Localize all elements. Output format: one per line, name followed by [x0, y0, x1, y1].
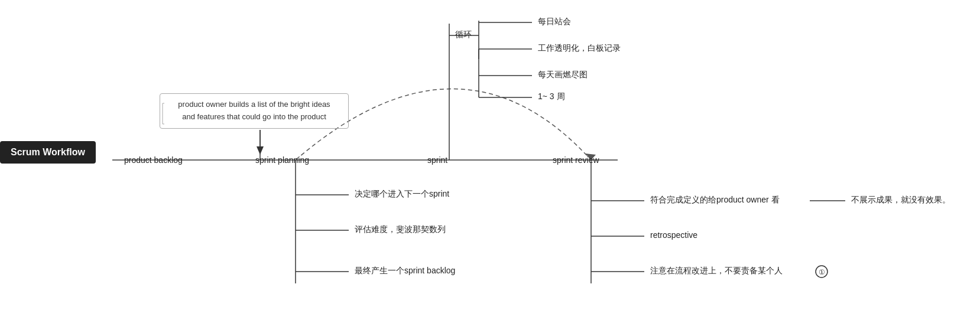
sprint-item-1to3week: 1~ 3 周	[538, 92, 565, 102]
sprint-item-meiri: 每日站会	[538, 17, 571, 27]
product-backlog-tooltip: product owner builds a list of the brigh…	[160, 93, 349, 129]
tooltip-line1: product owner builds a list of the brigh…	[178, 100, 330, 109]
sprint-item-meitianhua: 每天画燃尽图	[538, 70, 588, 80]
sprint-review-note: 不展示成果，就没有效果。	[851, 195, 950, 205]
sprint-review-item-3: 注意在流程改进上，不要责备某个人	[650, 266, 783, 276]
product-backlog-label: product backlog	[124, 155, 183, 165]
diagram-container: ① Scrum Workflow product backlog sprint …	[0, 0, 980, 320]
sprint-planning-label: sprint planning	[255, 155, 309, 165]
sprint-review-item-2: retrospective	[650, 230, 697, 240]
sprint-review-label: sprint review	[553, 155, 599, 165]
svg-text:①: ①	[819, 268, 825, 276]
sprint-item-xunhuan: 循环	[455, 30, 472, 40]
root-label: Scrum Workflow	[0, 141, 96, 164]
tooltip-line2: and features that could go into the prod…	[182, 112, 326, 121]
svg-marker-7	[257, 146, 264, 155]
sprint-review-item-1: 符合完成定义的给product owner 看	[650, 195, 780, 205]
sprint-label: sprint	[427, 155, 447, 165]
sprint-item-gongzuo: 工作透明化，白板记录	[538, 43, 621, 54]
sprint-planning-item-3: 最终产生一个sprint backlog	[355, 266, 455, 276]
sprint-planning-item-2: 评估难度，斐波那契数列	[355, 224, 446, 235]
sprint-planning-item-1: 决定哪个进入下一个sprint	[355, 189, 449, 200]
